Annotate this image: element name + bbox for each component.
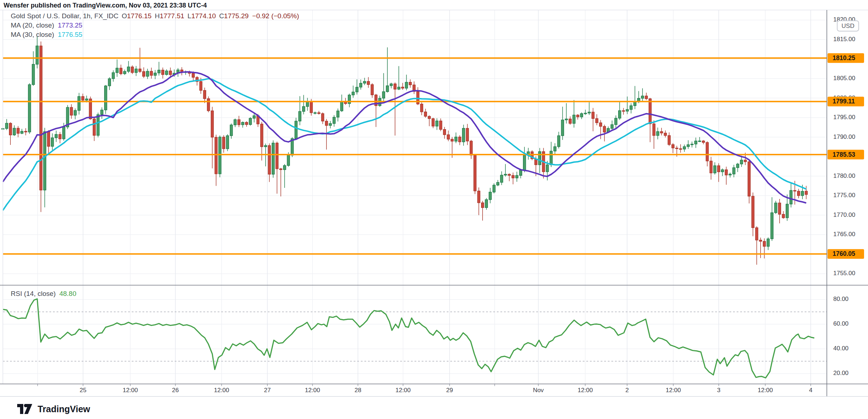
candle-body-up: [329, 123, 331, 125]
candle-body-down: [325, 121, 328, 125]
candle-body-down: [131, 67, 134, 73]
candle-body-up: [790, 190, 792, 204]
time-axis-label: 4: [809, 387, 812, 394]
candle-body-down: [321, 113, 324, 121]
price-axis-label: 1755.00: [833, 270, 855, 277]
ohlc-value-O: 1776.15: [127, 12, 152, 20]
candle-body-down: [203, 91, 206, 99]
candle-body-up: [489, 192, 491, 200]
candle-body-up: [333, 117, 335, 124]
candle-body-down: [451, 139, 454, 141]
candle-body-down: [268, 146, 271, 174]
candle-body-down: [120, 68, 122, 74]
tradingview-brand-link[interactable]: TradingView: [38, 404, 90, 414]
candle-body-up: [619, 111, 621, 118]
candle-body-down: [421, 104, 423, 112]
candle-body-up: [630, 106, 632, 109]
candle-body-up: [588, 112, 591, 113]
ohlc-prefix-C: C: [219, 12, 224, 20]
candle-body-up: [775, 203, 777, 213]
time-axis-label: 12:00: [578, 387, 593, 394]
candle-body-up: [337, 111, 339, 117]
candle-body-up: [123, 72, 126, 74]
time-axis-label: 29: [446, 387, 453, 394]
rsi-axis-label: 60.00: [833, 320, 849, 327]
candle-body-down: [409, 82, 412, 85]
price-axis-label: 1795.00: [833, 114, 855, 121]
candle-body-up: [382, 92, 385, 98]
candle-body-down: [481, 203, 484, 208]
candle-body-down: [142, 72, 145, 76]
candle-body-up: [105, 86, 107, 110]
time-axis-label: 2: [625, 387, 629, 394]
candle-body-up: [615, 118, 617, 125]
candle-body-up: [55, 135, 57, 138]
candle-body-down: [679, 148, 682, 149]
candle-body-down: [778, 203, 781, 214]
candle-body-down: [317, 113, 320, 114]
candle-body-down: [238, 120, 240, 125]
candle-body-down: [401, 87, 404, 88]
candle-body-down: [675, 148, 678, 149]
ohlc-prefix-O: O: [122, 12, 127, 20]
candle-body-down: [664, 133, 666, 136]
legend-ma20-row[interactable]: MA (20, close)1773.25: [11, 21, 299, 30]
candle-body-up: [101, 110, 103, 115]
candle-body-down: [512, 175, 514, 178]
candle-body-down: [371, 84, 373, 95]
candle-body-up: [771, 213, 773, 239]
candle-body-down: [207, 99, 210, 111]
ohlc-prefix-H: H: [155, 12, 160, 20]
time-axis-label: 12:00: [214, 387, 229, 394]
candle-body-down: [668, 136, 670, 145]
candle-body-down: [477, 191, 480, 203]
rsi-legend-row[interactable]: RSI (14, close)48.80: [11, 290, 76, 298]
candle-body-up: [515, 175, 518, 178]
candle-body-up: [405, 82, 408, 88]
candle-body-down: [17, 128, 19, 133]
candle-body-up: [74, 111, 77, 115]
candle-body-up: [295, 121, 297, 138]
candle-body-down: [508, 174, 510, 175]
rsi-line: [3, 299, 814, 378]
candle-body-up: [63, 127, 65, 139]
candle-body-up: [455, 137, 457, 141]
candle-body-down: [161, 70, 164, 75]
candle-body-down: [797, 191, 800, 195]
price-axis-label: 1805.00: [833, 75, 855, 82]
ohlc-value-H: 1777.51: [160, 12, 184, 20]
ma30-value: 1776.55: [58, 31, 82, 38]
candle-body-down: [649, 99, 651, 124]
level-price-badge-label: 1810.25: [833, 54, 855, 62]
candle-body-up: [496, 182, 499, 185]
legend-symbol-row[interactable]: Gold Spot / U.S. Dollar, 1h, FX_IDCO1776…: [11, 11, 299, 21]
candle-body-up: [786, 204, 789, 218]
candle-body-up: [721, 170, 724, 172]
candle-body-down: [428, 116, 431, 118]
candle-body-down: [744, 160, 747, 162]
candle-body-up: [611, 125, 613, 128]
candle-body-down: [59, 135, 61, 139]
candle-body-up: [485, 200, 488, 208]
candle-body-up: [36, 46, 38, 64]
candle-body-up: [683, 147, 686, 149]
candle-body-up: [561, 120, 564, 136]
level-price-badge-label: 1785.53: [833, 151, 855, 158]
price-axis-label: 1770.00: [833, 211, 855, 218]
candle-body-down: [759, 240, 762, 241]
candle-body-down: [752, 196, 754, 228]
candle-body-up: [249, 118, 252, 125]
candle-body-down: [440, 121, 442, 130]
time-axis-label: 25: [80, 387, 87, 394]
time-axis-label: 12:00: [666, 387, 681, 394]
legend-ma30-row[interactable]: MA (30, close)1776.55: [11, 30, 299, 39]
chart-canvas[interactable]: 1755.001760.001765.001770.001775.001780.…: [0, 0, 868, 419]
candle-body-down: [93, 119, 96, 135]
price-axis-label: 1780.00: [833, 172, 855, 179]
candle-body-up: [359, 83, 362, 87]
ma20-value: 1773.25: [58, 21, 82, 29]
candle-body-up: [554, 147, 556, 151]
candle-body-up: [519, 170, 522, 176]
candle-body-up: [462, 128, 465, 142]
candle-body-up: [523, 155, 526, 170]
